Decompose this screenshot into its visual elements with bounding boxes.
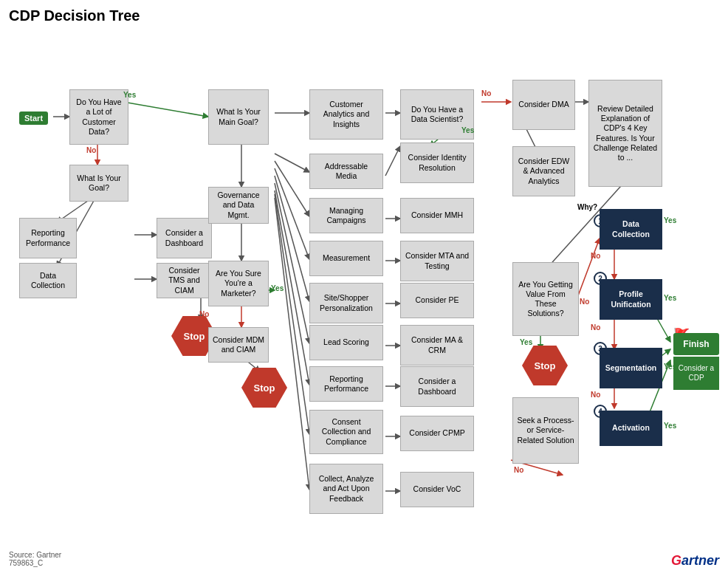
- svg-line-11: [275, 168, 309, 259]
- node-consider-ma-crm: Consider MA & CRM: [400, 325, 474, 366]
- node-customer-analytics: Customer Analytics and Insights: [309, 89, 383, 140]
- node-marketer: Are You Sure You're a Marketer?: [208, 261, 269, 306]
- label-no-scientist: No: [481, 89, 491, 97]
- label-no-n1: No: [86, 146, 96, 154]
- node-consent: Consent Collection and Compliance: [309, 410, 383, 454]
- label-no-seek: No: [514, 466, 523, 474]
- label-yes-pu: Yes: [664, 294, 676, 302]
- node-consider-voc: Consider VoC: [400, 472, 474, 507]
- node-consider-dma: Consider DMA: [512, 80, 575, 130]
- node-consider-mmh: Consider MMH: [400, 198, 474, 233]
- label-no-getting-value: No: [580, 298, 589, 306]
- node-governance: Governance and Data Mgmt.: [208, 187, 269, 224]
- svg-line-10: [275, 161, 309, 216]
- node-getting-value: Are You Getting Value From These Solutio…: [512, 262, 579, 336]
- label-yes-scientist: Yes: [461, 126, 474, 134]
- node-consider-cdp: Consider a CDP: [673, 357, 719, 390]
- node-act-dark: Activation: [600, 411, 662, 446]
- label-no-pu: No: [591, 323, 600, 332]
- svg-line-12: [275, 176, 309, 301]
- stop-hex-3: Stop: [522, 346, 568, 385]
- node-customer-data: Do You Have a Lot of Customer Data?: [69, 89, 128, 145]
- node-reporting-left: Reporting Performance: [19, 218, 77, 258]
- node-consider-dashboard-left: Consider a Dashboard: [157, 218, 212, 258]
- node-consider-dashboard-right: Consider a Dashboard: [400, 366, 474, 407]
- node-dc-dark: Data Collection: [600, 209, 662, 250]
- svg-line-16: [275, 198, 309, 490]
- svg-line-1: [123, 102, 208, 117]
- node-consider-edw: Consider EDW & Advanced Analytics: [512, 146, 575, 196]
- svg-line-23: [385, 146, 400, 176]
- node-consider-mta: Consider MTA and Testing: [400, 241, 474, 281]
- node-review-cdp: Review Detailed Explanation of CDP's 4 K…: [588, 80, 662, 187]
- node-consider-identity: Consider Identity Resolution: [400, 143, 474, 183]
- gartner-logo: Gartner: [671, 553, 719, 569]
- label-yes-getting-value: Yes: [520, 338, 532, 346]
- node-addressable-media: Addressable Media: [309, 154, 383, 189]
- label-no-dc: No: [591, 252, 600, 260]
- label-no-marketer: No: [199, 310, 209, 318]
- node-seek-process: Seek a Process- or Service-Related Solut…: [512, 397, 579, 464]
- svg-line-13: [275, 183, 309, 343]
- start-badge: Start: [19, 111, 48, 125]
- node-seg-dark: Segmentation: [600, 348, 662, 388]
- svg-line-9: [275, 154, 309, 172]
- page-title: CDP Decision Tree: [9, 7, 719, 24]
- diagram: Start Do You Have a Lot of Customer Data…: [9, 32, 719, 541]
- node-consider-mdm: Consider MDM and CIAM: [208, 327, 269, 363]
- label-no-seg: No: [591, 391, 600, 399]
- node-lead-scoring: Lead Scoring: [309, 325, 383, 360]
- node-data-collection-left: Data Collection: [19, 263, 77, 298]
- node-main-goal: What Is Your Main Goal?: [208, 89, 269, 145]
- svg-line-37: [577, 239, 600, 298]
- label-yes-dc: Yes: [664, 216, 676, 224]
- node-consider-tms: Consider TMS and CIAM: [157, 263, 212, 298]
- label-yes-n1: Yes: [123, 91, 136, 99]
- label-yes-act: Yes: [664, 422, 676, 430]
- node-consider-cpmp: Consider CPMP: [400, 416, 474, 451]
- page: CDP Decision Tree: [0, 0, 728, 573]
- label-yes-marketer: Yes: [271, 284, 284, 292]
- node-reporting-right: Reporting Performance: [309, 366, 383, 402]
- label-why: Why?: [577, 203, 597, 211]
- source-text: Source: Gartner 759863_C: [9, 551, 61, 567]
- node-personalization: Site/Shopper Personalization: [309, 283, 383, 323]
- node-what-goal: What Is Your Goal?: [69, 165, 128, 202]
- stop-hex-2: Stop: [241, 368, 287, 408]
- node-collect-feedback: Collect, Analyze and Act Upon Feedback: [309, 464, 383, 514]
- node-measurement: Measurement: [309, 241, 383, 276]
- node-pu-dark: Profile Unification: [600, 279, 662, 320]
- node-managing-campaigns: Managing Campaigns: [309, 198, 383, 233]
- node-consider-pe: Consider PE: [400, 283, 474, 318]
- finish-badge: Finish: [673, 333, 719, 355]
